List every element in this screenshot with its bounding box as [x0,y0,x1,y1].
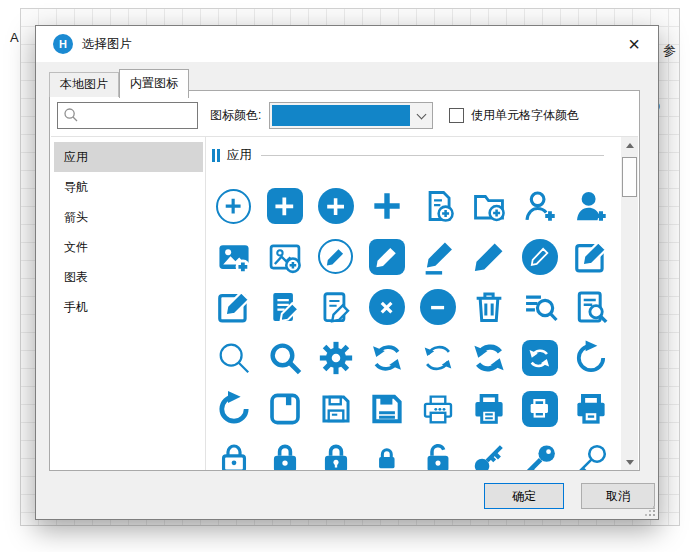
add-folder-icon[interactable] [463,181,514,232]
search-box [57,102,198,129]
key-bold-icon[interactable] [514,434,565,471]
add-circle-icon[interactable] [310,181,361,232]
title-bar[interactable]: H 选择图片 × [36,26,658,62]
tab-builtin-icons[interactable]: 内置图标 [119,69,189,98]
close-circle-icon[interactable] [361,282,412,333]
search-list-icon[interactable] [514,282,565,333]
sync-square-icon[interactable] [514,333,565,384]
reload-icon[interactable] [565,333,616,384]
add-square-icon[interactable] [259,181,310,232]
edit-document-filled-icon[interactable] [259,282,310,333]
refresh-thin-icon[interactable] [412,333,463,384]
add-image-icon[interactable] [259,232,310,283]
sidebar-item-navigation[interactable]: 导航 [54,172,203,202]
trash-icon[interactable] [463,282,514,333]
section-accent-bar [212,149,215,162]
sync-icon[interactable] [361,333,412,384]
tab-content-panel: 图标颜色: 使用单元格字体颜色 应用导航箭头文件图表手机 应用 [49,90,640,471]
ok-button[interactable]: 确定 [484,483,564,509]
scroll-up-icon[interactable] [621,137,638,153]
save-bold-icon[interactable] [361,383,412,434]
sidebar-item-files[interactable]: 文件 [54,232,203,262]
add-user-filled-icon[interactable] [565,181,616,232]
category-sidebar: 应用导航箭头文件图表手机 [54,142,203,322]
print-icon[interactable] [565,383,616,434]
save-icon[interactable] [310,383,361,434]
add-icon[interactable] [361,181,412,232]
search-thin-icon[interactable] [208,333,259,384]
add-document-icon[interactable] [412,181,463,232]
key-outline-icon[interactable] [565,434,616,471]
tab-local-image[interactable]: 本地图片 [49,72,119,97]
icon-color-dropdown[interactable] [269,102,433,129]
lock-keyhole-icon[interactable] [310,434,361,471]
toolbar-divider [51,136,638,137]
use-cell-font-color-checkbox[interactable] [449,108,464,123]
settings-gear-icon[interactable] [310,333,361,384]
print-thin-icon[interactable] [412,383,463,434]
key-filled-icon[interactable] [463,434,514,471]
sidebar-item-arrows[interactable]: 箭头 [54,202,203,232]
app-logo-icon: H [53,34,73,54]
sync-bold-icon[interactable] [463,333,514,384]
search-icon[interactable] [259,333,310,384]
background-text-fragment: A [10,30,19,45]
icon-grid [208,181,618,471]
lock-filled-icon[interactable] [259,434,310,471]
color-swatch [272,105,410,126]
dialog-title: 选择图片 [82,36,132,53]
section-title: 应用 [227,147,252,164]
sidebar-item-charts[interactable]: 图表 [54,262,203,292]
add-user-icon[interactable] [514,181,565,232]
unlock-icon[interactable] [412,434,463,471]
sidebar-item-mobile[interactable]: 手机 [54,292,203,322]
add-circle-outline-icon[interactable] [208,181,259,232]
add-image-filled-icon[interactable] [208,232,259,283]
background-text-fragment: 参 [663,42,676,60]
section-rule [261,155,604,156]
section-header: 应用 [212,147,604,163]
vertical-scrollbar[interactable] [621,137,638,470]
reload-bold-icon[interactable] [208,383,259,434]
select-image-dialog: H 选择图片 × 本地图片内置图标 图标颜色: 使用单元格字体颜色 应用导航箭头… [35,25,659,520]
lock-small-icon[interactable] [361,434,412,471]
use-cell-font-color-label: 使用单元格字体颜色 [471,91,579,140]
edit-square-icon[interactable] [361,232,412,283]
print-square-icon[interactable] [514,383,565,434]
edit-box-icon[interactable] [565,232,616,283]
search-input[interactable] [58,103,197,128]
resize-grip[interactable] [643,504,655,516]
edit-circle-outline-icon[interactable] [310,232,361,283]
save-rounded-icon[interactable] [259,383,310,434]
tab-bar: 本地图片内置图标 [49,69,189,97]
sidebar-item-apps[interactable]: 应用 [54,142,203,172]
scroll-down-icon[interactable] [621,454,638,470]
chevron-down-icon [417,110,427,120]
scrollbar-thumb[interactable] [622,157,637,197]
minus-circle-icon[interactable] [412,282,463,333]
search-document-icon[interactable] [565,282,616,333]
section-accent-bar [217,149,220,162]
sidebar-divider [205,137,206,470]
edit-underline-icon[interactable] [412,232,463,283]
edit-circle-icon[interactable] [514,232,565,283]
edit-document-icon[interactable] [310,282,361,333]
pencil-icon[interactable] [463,232,514,283]
icon-color-label: 图标颜色: [210,91,261,140]
lock-icon[interactable] [208,434,259,471]
close-icon[interactable]: × [618,29,650,59]
compose-icon[interactable] [208,282,259,333]
print-filled-icon[interactable] [463,383,514,434]
